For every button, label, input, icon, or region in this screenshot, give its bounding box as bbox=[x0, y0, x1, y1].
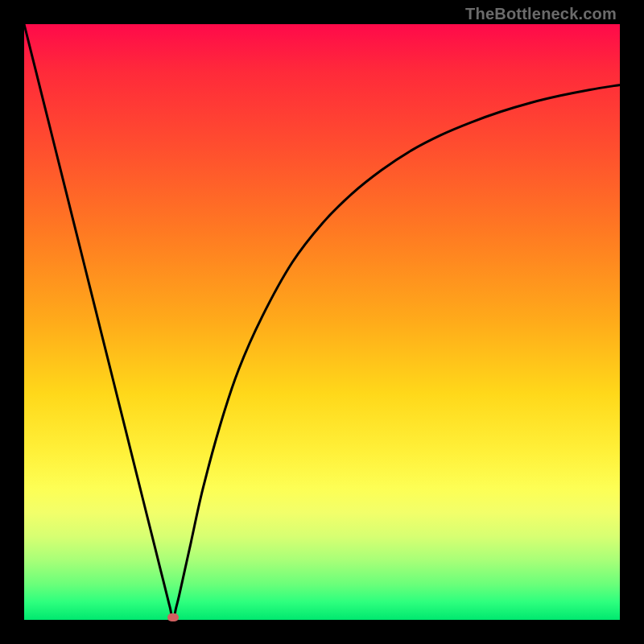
curve-path bbox=[24, 24, 620, 620]
bottleneck-curve bbox=[24, 24, 620, 620]
watermark-text: TheBottleneck.com bbox=[465, 5, 617, 23]
minimum-marker bbox=[167, 613, 179, 621]
chart-frame: TheBottleneck.com bbox=[0, 0, 644, 644]
plot-area bbox=[24, 24, 620, 620]
